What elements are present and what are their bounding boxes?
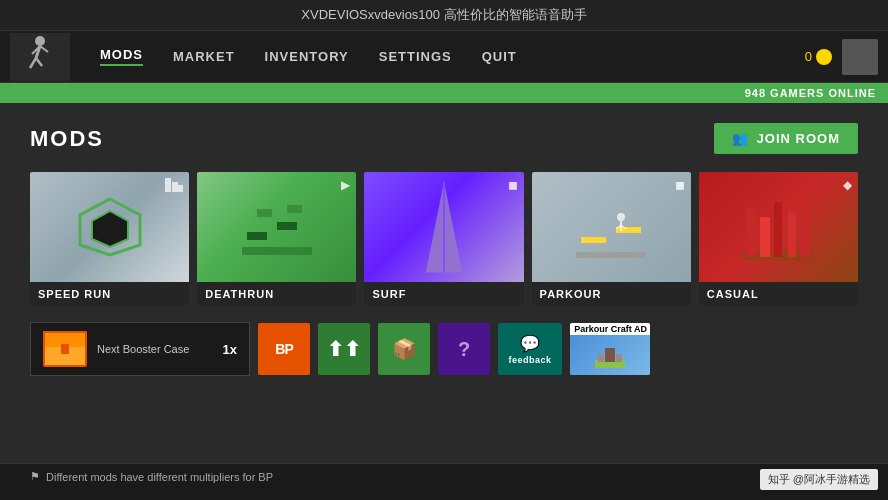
- svg-rect-26: [746, 207, 756, 257]
- svg-rect-10: [178, 185, 183, 192]
- mod-card-casual[interactable]: ◆ CASUAL: [699, 172, 858, 306]
- arrows-button[interactable]: ⬆⬆: [318, 323, 370, 375]
- main-content: MODS 👥 JOIN ROOM: [0, 103, 888, 463]
- svg-rect-32: [605, 348, 615, 362]
- svg-rect-18: [576, 252, 646, 258]
- casual-badge-icon: ◆: [843, 178, 852, 192]
- main-nav: MODS MARKET INVENTORY SETTINGS QUIT: [100, 47, 805, 66]
- coins-display: 0: [805, 49, 832, 65]
- parkour-badge-icon: ◼: [675, 178, 685, 192]
- join-room-button[interactable]: 👥 JOIN ROOM: [714, 123, 858, 154]
- question-icon: ?: [458, 338, 470, 361]
- chest-icon: [43, 331, 87, 367]
- bp-icon: BP: [275, 341, 292, 357]
- svg-marker-7: [92, 211, 128, 247]
- svg-rect-30: [800, 197, 810, 257]
- mod-card-surf[interactable]: ◼ SURF: [364, 172, 523, 306]
- avatar: [842, 39, 878, 75]
- nav-item-quit[interactable]: QUIT: [482, 49, 517, 64]
- ad-image: [590, 340, 630, 370]
- svg-rect-29: [788, 212, 796, 257]
- flag-icon: ⚑: [30, 470, 40, 483]
- logo-area: [10, 33, 70, 81]
- surf-badge-icon: ◼: [508, 178, 518, 192]
- svg-rect-15: [287, 205, 302, 213]
- chest-lock: [61, 344, 69, 354]
- booster-count: 1x: [223, 342, 237, 357]
- deathrun-scene-icon: [237, 187, 317, 267]
- mod-card-parkour[interactable]: ◼ PARKOUR: [532, 172, 691, 306]
- svg-rect-13: [277, 222, 297, 230]
- booster-label: Next Booster Case: [97, 343, 213, 355]
- svg-line-5: [40, 46, 48, 52]
- bp-button[interactable]: BP: [258, 323, 310, 375]
- nav-item-inventory[interactable]: INVENTORY: [265, 49, 349, 64]
- svg-rect-20: [616, 227, 641, 233]
- join-room-icon: 👥: [732, 131, 749, 146]
- banner-text: XVDEVIOSxvdevios100 高性价比的智能语音助手: [301, 7, 586, 22]
- online-banner: 948 GAMERS ONLINE: [0, 83, 888, 103]
- ad-label: Parkour Craft AD: [570, 323, 650, 335]
- svg-rect-34: [616, 354, 622, 362]
- mods-grid: SPEED RUN ▶ DEATHRUN: [30, 172, 858, 306]
- svg-rect-12: [247, 232, 267, 240]
- mod-thumbnail-deathrun: ▶: [197, 172, 356, 282]
- online-count: 948 GAMERS ONLINE: [745, 87, 876, 99]
- svg-point-21: [617, 213, 625, 221]
- parkour-scene-icon: [571, 187, 651, 267]
- nav-item-settings[interactable]: SETTINGS: [379, 49, 452, 64]
- ad-banner[interactable]: Parkour Craft AD: [570, 323, 650, 375]
- svg-rect-14: [257, 209, 272, 217]
- mod-name-surf: SURF: [364, 282, 523, 306]
- svg-rect-11: [242, 247, 312, 255]
- footer: ⚑ Different mods have different multipli…: [0, 463, 888, 489]
- section-title: MODS: [30, 126, 104, 152]
- casual-scene-icon: [738, 187, 818, 267]
- watermark-text: 知乎 @阿冰手游精选: [768, 473, 870, 485]
- footer-note-text: Different mods have different multiplier…: [46, 471, 273, 483]
- bottom-row: Next Booster Case 1x BP ⬆⬆ 📦 ? 💬 feedbac…: [30, 322, 858, 376]
- mod-name-casual: CASUAL: [699, 282, 858, 306]
- svg-rect-9: [172, 182, 178, 192]
- feedback-label: feedback: [508, 355, 551, 365]
- arrows-icon: ⬆⬆: [327, 337, 361, 361]
- surf-ramp-icon: [404, 177, 484, 277]
- mod-name-parkour: PARKOUR: [532, 282, 691, 306]
- svg-point-0: [35, 36, 45, 46]
- coin-icon: [816, 49, 832, 65]
- nav-item-market[interactable]: MARKET: [173, 49, 235, 64]
- deathrun-badge-icon: ▶: [341, 178, 350, 192]
- watermark: 知乎 @阿冰手游精选: [760, 469, 878, 490]
- logo-icon: [22, 36, 58, 78]
- section-header: MODS 👥 JOIN ROOM: [30, 123, 858, 154]
- top-banner: XVDEVIOSxvdevios100 高性价比的智能语音助手: [0, 0, 888, 31]
- header: MODS MARKET INVENTORY SETTINGS QUIT 0: [0, 31, 888, 83]
- box-button[interactable]: 📦: [378, 323, 430, 375]
- svg-rect-19: [581, 237, 606, 243]
- svg-rect-8: [165, 178, 171, 192]
- svg-rect-33: [598, 354, 604, 362]
- svg-rect-28: [774, 202, 782, 257]
- mod-card-deathrun[interactable]: ▶ DEATHRUN: [197, 172, 356, 306]
- speedrun-badge-icon: [165, 178, 183, 195]
- mod-thumbnail-surf: ◼: [364, 172, 523, 282]
- mod-thumbnail-speedrun: [30, 172, 189, 282]
- header-right: 0: [805, 39, 878, 75]
- mod-name-speedrun: SPEED RUN: [30, 282, 189, 306]
- coin-amount: 0: [805, 49, 812, 64]
- question-button[interactable]: ?: [438, 323, 490, 375]
- mod-thumbnail-casual: ◆: [699, 172, 858, 282]
- mod-thumbnail-parkour: ◼: [532, 172, 691, 282]
- speedrun-hex-icon: [75, 197, 145, 257]
- booster-case[interactable]: Next Booster Case 1x: [30, 322, 250, 376]
- mod-card-speedrun[interactable]: SPEED RUN: [30, 172, 189, 306]
- feedback-chat-icon: 💬: [520, 334, 540, 353]
- join-room-label: JOIN ROOM: [757, 131, 840, 146]
- feedback-button[interactable]: 💬 feedback: [498, 323, 562, 375]
- svg-rect-27: [760, 217, 770, 257]
- nav-item-mods[interactable]: MODS: [100, 47, 143, 66]
- mod-name-deathrun: DEATHRUN: [197, 282, 356, 306]
- box-icon: 📦: [392, 337, 417, 361]
- svg-line-2: [30, 58, 36, 68]
- footer-note: ⚑ Different mods have different multipli…: [30, 470, 273, 483]
